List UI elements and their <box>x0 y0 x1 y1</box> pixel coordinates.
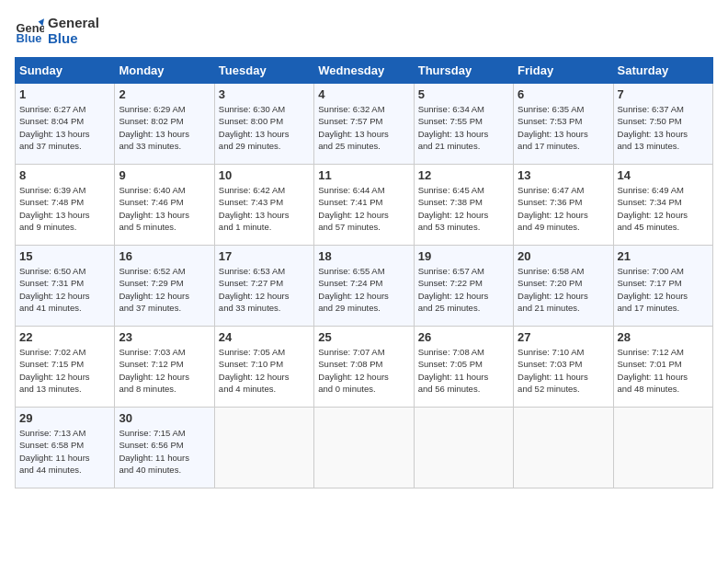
calendar-day: 8Sunrise: 6:39 AM Sunset: 7:48 PM Daylig… <box>16 165 115 246</box>
day-info: Sunrise: 6:55 AM Sunset: 7:24 PM Dayligh… <box>318 265 409 314</box>
day-number: 1 <box>19 87 110 101</box>
day-number: 21 <box>618 249 709 263</box>
day-number: 18 <box>318 249 409 263</box>
day-number: 10 <box>219 168 310 182</box>
day-info: Sunrise: 6:39 AM Sunset: 7:48 PM Dayligh… <box>19 184 110 233</box>
day-info: Sunrise: 7:12 AM Sunset: 7:01 PM Dayligh… <box>618 346 709 395</box>
calendar-week-2: 8Sunrise: 6:39 AM Sunset: 7:48 PM Daylig… <box>16 165 713 246</box>
calendar-day: 20Sunrise: 6:58 AM Sunset: 7:20 PM Dayli… <box>514 246 613 327</box>
day-info: Sunrise: 6:35 AM Sunset: 7:53 PM Dayligh… <box>518 103 609 152</box>
day-number: 22 <box>19 330 110 344</box>
calendar-day <box>514 408 613 488</box>
calendar-day: 26Sunrise: 7:08 AM Sunset: 7:05 PM Dayli… <box>414 327 513 408</box>
calendar-day: 18Sunrise: 6:55 AM Sunset: 7:24 PM Dayli… <box>314 246 414 327</box>
calendar-week-3: 15Sunrise: 6:50 AM Sunset: 7:31 PM Dayli… <box>16 246 713 327</box>
calendar-week-1: 1Sunrise: 6:27 AM Sunset: 8:04 PM Daylig… <box>16 84 713 165</box>
day-number: 2 <box>119 87 210 101</box>
calendar-day: 16Sunrise: 6:52 AM Sunset: 7:29 PM Dayli… <box>115 246 214 327</box>
day-info: Sunrise: 6:53 AM Sunset: 7:27 PM Dayligh… <box>219 265 310 314</box>
calendar-day <box>314 408 414 488</box>
calendar-day: 5Sunrise: 6:34 AM Sunset: 7:55 PM Daylig… <box>414 84 513 165</box>
calendar-day: 19Sunrise: 6:57 AM Sunset: 7:22 PM Dayli… <box>414 246 513 327</box>
day-info: Sunrise: 7:03 AM Sunset: 7:12 PM Dayligh… <box>119 346 210 395</box>
day-info: Sunrise: 7:13 AM Sunset: 6:58 PM Dayligh… <box>19 427 110 476</box>
day-info: Sunrise: 6:49 AM Sunset: 7:34 PM Dayligh… <box>618 184 709 233</box>
day-number: 9 <box>119 168 210 182</box>
calendar-day: 10Sunrise: 6:42 AM Sunset: 7:43 PM Dayli… <box>214 165 313 246</box>
day-number: 28 <box>618 330 709 344</box>
calendar-day <box>414 408 513 488</box>
calendar-day: 24Sunrise: 7:05 AM Sunset: 7:10 PM Dayli… <box>214 327 313 408</box>
day-info: Sunrise: 6:44 AM Sunset: 7:41 PM Dayligh… <box>318 184 409 233</box>
calendar-day: 13Sunrise: 6:47 AM Sunset: 7:36 PM Dayli… <box>514 165 613 246</box>
calendar-day: 2Sunrise: 6:29 AM Sunset: 8:02 PM Daylig… <box>115 84 214 165</box>
day-number: 20 <box>518 249 609 263</box>
calendar-week-4: 22Sunrise: 7:02 AM Sunset: 7:15 PM Dayli… <box>16 327 713 408</box>
logo: General Blue General Blue <box>15 15 99 46</box>
calendar-day: 11Sunrise: 6:44 AM Sunset: 7:41 PM Dayli… <box>314 165 414 246</box>
calendar-day: 6Sunrise: 6:35 AM Sunset: 7:53 PM Daylig… <box>514 84 613 165</box>
svg-text:Blue: Blue <box>17 31 42 45</box>
day-number: 4 <box>318 87 409 101</box>
day-header-friday: Friday <box>514 58 613 84</box>
calendar-day: 30Sunrise: 7:15 AM Sunset: 6:56 PM Dayli… <box>115 408 214 488</box>
day-number: 23 <box>119 330 210 344</box>
day-info: Sunrise: 7:10 AM Sunset: 7:03 PM Dayligh… <box>518 346 609 395</box>
day-header-sunday: Sunday <box>16 58 115 84</box>
day-info: Sunrise: 6:45 AM Sunset: 7:38 PM Dayligh… <box>418 184 509 233</box>
day-number: 25 <box>318 330 409 344</box>
day-info: Sunrise: 6:37 AM Sunset: 7:50 PM Dayligh… <box>618 103 709 152</box>
day-info: Sunrise: 6:34 AM Sunset: 7:55 PM Dayligh… <box>418 103 509 152</box>
day-info: Sunrise: 6:27 AM Sunset: 8:04 PM Dayligh… <box>19 103 110 152</box>
day-number: 6 <box>518 87 609 101</box>
calendar-day: 9Sunrise: 6:40 AM Sunset: 7:46 PM Daylig… <box>115 165 214 246</box>
calendar-day: 14Sunrise: 6:49 AM Sunset: 7:34 PM Dayli… <box>613 165 712 246</box>
day-info: Sunrise: 6:40 AM Sunset: 7:46 PM Dayligh… <box>119 184 210 233</box>
day-info: Sunrise: 6:32 AM Sunset: 7:57 PM Dayligh… <box>318 103 409 152</box>
calendar-day: 3Sunrise: 6:30 AM Sunset: 8:00 PM Daylig… <box>214 84 313 165</box>
day-number: 11 <box>318 168 409 182</box>
calendar-table: SundayMondayTuesdayWednesdayThursdayFrid… <box>15 57 713 488</box>
day-header-wednesday: Wednesday <box>314 58 414 84</box>
calendar-day: 21Sunrise: 7:00 AM Sunset: 7:17 PM Dayli… <box>613 246 712 327</box>
day-info: Sunrise: 7:05 AM Sunset: 7:10 PM Dayligh… <box>219 346 310 395</box>
calendar-day: 12Sunrise: 6:45 AM Sunset: 7:38 PM Dayli… <box>414 165 513 246</box>
day-header-tuesday: Tuesday <box>214 58 313 84</box>
calendar-day <box>214 408 313 488</box>
day-number: 12 <box>418 168 509 182</box>
day-info: Sunrise: 6:57 AM Sunset: 7:22 PM Dayligh… <box>418 265 509 314</box>
day-number: 7 <box>618 87 709 101</box>
day-info: Sunrise: 7:02 AM Sunset: 7:15 PM Dayligh… <box>19 346 110 395</box>
day-number: 14 <box>618 168 709 182</box>
calendar-day: 27Sunrise: 7:10 AM Sunset: 7:03 PM Dayli… <box>514 327 613 408</box>
day-number: 27 <box>518 330 609 344</box>
day-number: 30 <box>119 411 210 425</box>
day-number: 13 <box>518 168 609 182</box>
calendar-day <box>613 408 712 488</box>
calendar-day: 7Sunrise: 6:37 AM Sunset: 7:50 PM Daylig… <box>613 84 712 165</box>
day-info: Sunrise: 7:07 AM Sunset: 7:08 PM Dayligh… <box>318 346 409 395</box>
day-number: 15 <box>19 249 110 263</box>
day-info: Sunrise: 6:42 AM Sunset: 7:43 PM Dayligh… <box>219 184 310 233</box>
day-info: Sunrise: 6:30 AM Sunset: 8:00 PM Dayligh… <box>219 103 310 152</box>
calendar-day: 1Sunrise: 6:27 AM Sunset: 8:04 PM Daylig… <box>16 84 115 165</box>
day-header-thursday: Thursday <box>414 58 513 84</box>
calendar-day: 15Sunrise: 6:50 AM Sunset: 7:31 PM Dayli… <box>16 246 115 327</box>
day-number: 8 <box>19 168 110 182</box>
calendar-day: 29Sunrise: 7:13 AM Sunset: 6:58 PM Dayli… <box>16 408 115 488</box>
day-number: 5 <box>418 87 509 101</box>
day-number: 16 <box>119 249 210 263</box>
day-info: Sunrise: 6:29 AM Sunset: 8:02 PM Dayligh… <box>119 103 210 152</box>
day-number: 24 <box>219 330 310 344</box>
day-header-saturday: Saturday <box>613 58 712 84</box>
calendar-day: 23Sunrise: 7:03 AM Sunset: 7:12 PM Dayli… <box>115 327 214 408</box>
calendar-day: 25Sunrise: 7:07 AM Sunset: 7:08 PM Dayli… <box>314 327 414 408</box>
day-info: Sunrise: 6:52 AM Sunset: 7:29 PM Dayligh… <box>119 265 210 314</box>
day-number: 29 <box>19 411 110 425</box>
day-info: Sunrise: 7:15 AM Sunset: 6:56 PM Dayligh… <box>119 427 210 476</box>
calendar-day: 4Sunrise: 6:32 AM Sunset: 7:57 PM Daylig… <box>314 84 414 165</box>
day-number: 3 <box>219 87 310 101</box>
logo-blue: Blue <box>48 30 99 46</box>
day-info: Sunrise: 7:00 AM Sunset: 7:17 PM Dayligh… <box>618 265 709 314</box>
calendar-day: 22Sunrise: 7:02 AM Sunset: 7:15 PM Dayli… <box>16 327 115 408</box>
